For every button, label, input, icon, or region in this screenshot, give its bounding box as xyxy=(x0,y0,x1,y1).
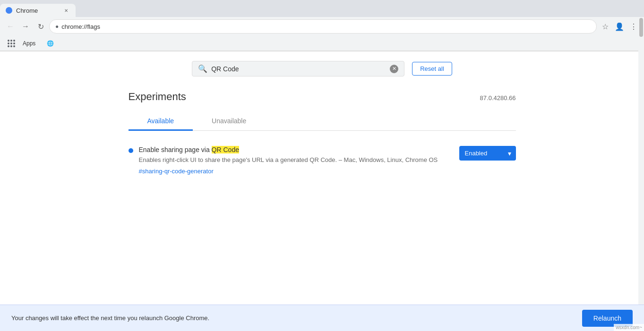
experiment-name-highlight: QR Code xyxy=(212,146,239,153)
apps-label: Apps xyxy=(23,40,35,47)
tabs-section: Available Unavailable xyxy=(129,112,516,131)
enabled-select[interactable]: Default Enabled Disabled xyxy=(459,146,516,161)
experiment-link[interactable]: #sharing-qr-code-generator xyxy=(139,168,214,175)
tab-title-text: Chrome xyxy=(16,7,59,14)
bottom-bar-message: Your changes will take effect the next t… xyxy=(11,314,209,322)
main-content: 🔍 ✕ Reset all Experiments 87.0.4280.66 A… xyxy=(0,51,644,305)
experiment-item: Enable sharing page via QR Code Enables … xyxy=(129,142,516,179)
navigation-bar: ← → ↻ ● chrome://flags ☆ 👤 ⋮ xyxy=(0,17,644,36)
bottom-bar: Your changes will take effect the next t… xyxy=(0,305,644,331)
reset-all-button[interactable]: Reset all xyxy=(412,62,452,76)
experiment-description: Enables right-click UI to share the page… xyxy=(139,155,454,165)
browser-tab[interactable]: Chrome ✕ xyxy=(0,4,76,17)
search-icon: 🔍 xyxy=(198,64,207,73)
tab-available[interactable]: Available xyxy=(129,112,193,131)
address-bar[interactable]: ● chrome://flags xyxy=(49,19,597,34)
scrollbar-track xyxy=(638,17,644,305)
reload-button[interactable]: ↻ xyxy=(34,20,47,33)
experiment-name: Enable sharing page via QR Code xyxy=(139,146,454,153)
apps-grid-icon[interactable] xyxy=(8,40,15,47)
globe-bookmark[interactable]: 🌐 xyxy=(43,39,58,48)
page-title: Experiments xyxy=(129,91,186,103)
experiment-status-dot xyxy=(129,148,133,153)
experiment-name-prefix: Enable sharing page via xyxy=(139,146,212,153)
bookmark-star-button[interactable]: ☆ xyxy=(599,20,612,33)
profile-button[interactable]: 👤 xyxy=(613,20,626,33)
search-input[interactable] xyxy=(211,65,386,73)
experiment-control: Default Enabled Disabled xyxy=(459,146,516,161)
globe-icon: 🌐 xyxy=(47,40,54,47)
security-icon: ● xyxy=(55,23,59,30)
scrollbar-thumb[interactable] xyxy=(639,18,643,37)
experiments-header: Experiments 87.0.4280.66 xyxy=(129,91,516,103)
apps-bookmark[interactable]: Apps xyxy=(19,39,39,48)
search-section: 🔍 ✕ Reset all xyxy=(129,61,516,76)
bookmarks-bar: Apps 🌐 xyxy=(0,36,644,51)
forward-button[interactable]: → xyxy=(19,20,32,33)
url-text: chrome://flags xyxy=(61,23,591,30)
tab-close-button[interactable]: ✕ xyxy=(62,7,70,14)
back-button[interactable]: ← xyxy=(4,20,17,33)
watermark: wsxdn.com~ xyxy=(614,324,644,331)
version-text: 87.0.4280.66 xyxy=(480,94,516,102)
experiment-info: Enable sharing page via QR Code Enables … xyxy=(139,146,454,175)
enabled-select-wrapper: Default Enabled Disabled xyxy=(459,146,516,161)
clear-search-button[interactable]: ✕ xyxy=(390,65,398,73)
tab-unavailable[interactable]: Unavailable xyxy=(193,112,265,131)
tab-favicon xyxy=(6,7,12,14)
search-bar-container: 🔍 ✕ xyxy=(192,61,404,76)
